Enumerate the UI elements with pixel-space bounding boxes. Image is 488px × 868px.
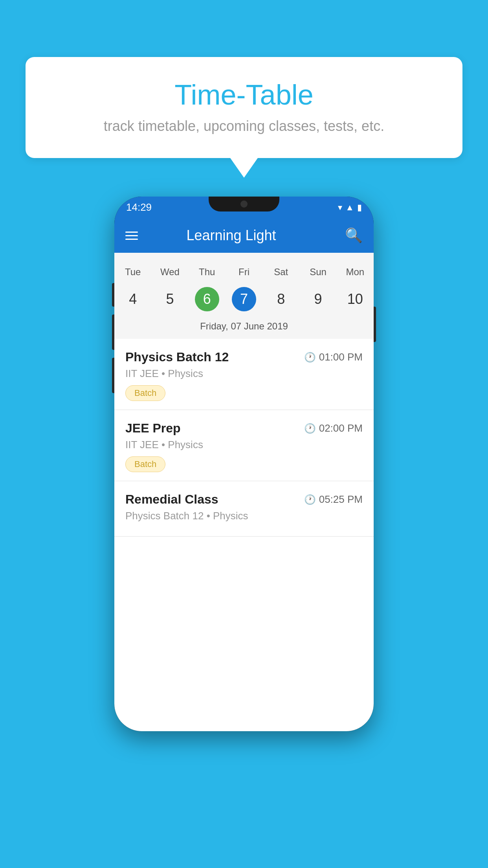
phone-container: 14:29 ▾ ▲ ▮ Learning Light 🔍 [114, 197, 374, 731]
date-9: 9 [306, 287, 330, 311]
days-row: Tue Wed Thu Fri Sat Sun Mon [114, 261, 374, 283]
clock-icon-3: 🕐 [304, 494, 316, 505]
day-label-fri: Fri [226, 265, 262, 280]
day-label-thu: Thu [189, 265, 226, 280]
schedule-container: Physics Batch 12 🕐 01:00 PM IIT JEE • Ph… [114, 339, 374, 731]
search-icon[interactable]: 🔍 [345, 227, 363, 244]
day-label-mon: Mon [337, 265, 374, 280]
battery-icon: ▮ [357, 202, 362, 213]
speech-bubble-arrow [230, 158, 258, 178]
wifi-icon: ▾ [338, 202, 342, 213]
status-icons: ▾ ▲ ▮ [338, 202, 362, 213]
phone-frame: 14:29 ▾ ▲ ▮ Learning Light 🔍 [114, 197, 374, 731]
speech-bubble-title: Time-Table [49, 79, 439, 111]
date-cell-8[interactable]: 8 [262, 285, 299, 313]
app-bar: Learning Light 🔍 [114, 218, 374, 253]
clock-icon-2: 🕐 [304, 423, 316, 434]
date-10: 10 [343, 287, 367, 311]
item-1-subtitle: IIT JEE • Physics [125, 368, 363, 380]
speech-bubble-container: Time-Table track timetable, upcoming cla… [26, 57, 462, 178]
item-2-header: JEE Prep 🕐 02:00 PM [125, 421, 363, 436]
item-1-time: 🕐 01:00 PM [304, 351, 363, 363]
speech-bubble-subtitle: track timetable, upcoming classes, tests… [49, 118, 439, 134]
date-cell-10[interactable]: 10 [337, 285, 374, 313]
date-cell-6[interactable]: 6 [189, 285, 226, 313]
app-title: Learning Light [125, 227, 337, 244]
status-time: 14:29 [126, 201, 152, 213]
calendar-section: Tue Wed Thu Fri Sat Sun Mon 4 5 [114, 253, 374, 339]
schedule-item-3[interactable]: Remedial Class 🕐 05:25 PM Physics Batch … [114, 481, 374, 537]
item-2-time: 🕐 02:00 PM [304, 422, 363, 434]
clock-icon-1: 🕐 [304, 352, 316, 363]
item-3-header: Remedial Class 🕐 05:25 PM [125, 492, 363, 507]
item-2-badge: Batch [125, 456, 165, 472]
signal-icon: ▲ [345, 202, 354, 213]
day-label-sun: Sun [299, 265, 336, 280]
speech-bubble: Time-Table track timetable, upcoming cla… [26, 57, 462, 158]
day-label-wed: Wed [151, 265, 188, 280]
day-label-sat: Sat [262, 265, 299, 280]
schedule-item-1[interactable]: Physics Batch 12 🕐 01:00 PM IIT JEE • Ph… [114, 339, 374, 410]
date-8: 8 [269, 287, 293, 311]
side-button-right [374, 307, 376, 342]
date-7-selected: 7 [232, 287, 256, 311]
date-cell-5[interactable]: 5 [151, 285, 188, 313]
item-1-title: Physics Batch 12 [125, 350, 229, 364]
dates-row: 4 5 6 7 8 9 [114, 283, 374, 319]
date-5: 5 [158, 287, 182, 311]
date-cell-9[interactable]: 9 [299, 285, 336, 313]
item-2-title: JEE Prep [125, 421, 181, 436]
item-1-header: Physics Batch 12 🕐 01:00 PM [125, 350, 363, 364]
item-3-subtitle: Physics Batch 12 • Physics [125, 510, 363, 522]
phone-screen: 14:29 ▾ ▲ ▮ Learning Light 🔍 [114, 197, 374, 731]
item-1-badge: Batch [125, 385, 165, 401]
item-3-time: 🕐 05:25 PM [304, 493, 363, 506]
date-cell-4[interactable]: 4 [114, 285, 151, 313]
selected-date-label: Friday, 07 June 2019 [114, 319, 374, 339]
date-6-today: 6 [195, 287, 219, 311]
day-label-tue: Tue [114, 265, 151, 280]
date-cell-7[interactable]: 7 [226, 285, 262, 313]
schedule-item-2[interactable]: JEE Prep 🕐 02:00 PM IIT JEE • Physics Ba… [114, 410, 374, 481]
phone-notch [209, 197, 279, 211]
phone-camera [240, 200, 248, 208]
date-4: 4 [121, 287, 145, 311]
item-3-title: Remedial Class [125, 492, 218, 507]
item-2-subtitle: IIT JEE • Physics [125, 439, 363, 451]
